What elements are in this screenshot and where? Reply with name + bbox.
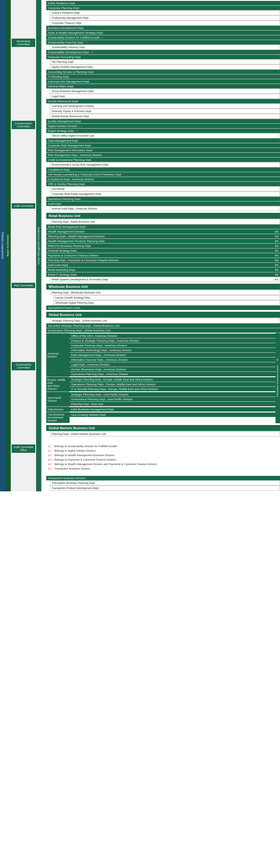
footnote-1: ※1 Belongs to Sustainability Division fo… bbox=[48, 444, 279, 448]
india-business: India Business Management Dept. bbox=[70, 407, 276, 411]
apac-governance: Governance Planning Dept., Asia Pacific … bbox=[70, 397, 276, 401]
dept-env-social-risk: Environmental & Social Risk management D… bbox=[50, 162, 280, 167]
emea-strategic: Strategic Planning Dept., Europe, Middle… bbox=[70, 377, 276, 382]
nominating-committee: NominatingCommittee bbox=[12, 38, 35, 47]
channel-strategy: Channel Strategy Dept. ※3 bbox=[46, 248, 280, 253]
retail-bu-title: Retail Business Unit bbox=[46, 213, 280, 219]
wholesale-bu-title: Wholesale Business Unit bbox=[46, 284, 280, 290]
global-markets-bu: Global Markets Business Unit Planning De… bbox=[46, 425, 280, 436]
audit-committee: Audit Committee bbox=[12, 203, 35, 209]
dept-digital-solution: Digital Solution Division ※2 bbox=[46, 124, 280, 128]
content-area: Public Relations Dept. Corporate Plannin… bbox=[46, 0, 280, 491]
india-row: India Division India Business Management… bbox=[46, 407, 276, 412]
tbd-block: Americas Division Office of the CEO, Ame… bbox=[46, 333, 280, 423]
dept-sustainability-advisory: Sustainability Advisory Dept. bbox=[50, 45, 280, 50]
dept-learning-development: Learning and Development Institute bbox=[50, 104, 280, 108]
dept-operations-planning: Operations Planning Dept. bbox=[46, 197, 280, 201]
footnote-3: ※3 Belongs to Wealth Management Business… bbox=[48, 454, 279, 457]
americas-depts: Office of the CEO, Americas Division Fin… bbox=[70, 333, 276, 377]
dept-digital-strategy: Digital Strategy Dept. ※2 bbox=[46, 128, 280, 133]
gbu-strategic-planning: Strategic Planning Dept., Global Busines… bbox=[50, 318, 280, 323]
retail-planning: Planning Dept., Retail Business Unit bbox=[50, 219, 280, 224]
americas-operations: Operations Planning Dept., Americas Divi… bbox=[70, 372, 276, 376]
americas-infosec: Information Security Dept., Americas Div… bbox=[70, 358, 276, 362]
wealth-mgmt-div: Wealth Management Division ※3 bbox=[46, 229, 280, 234]
dept-diversity-equity: Diversity, Equity & Inclusion Dept. bbox=[50, 109, 280, 114]
risk-committee: Risk Committee bbox=[12, 283, 35, 288]
dept-data-management: Data Management Dept. bbox=[46, 138, 280, 143]
top-depts: Public Relations Dept. Corporate Plannin… bbox=[46, 1, 280, 211]
apac-row: Asia Pacific Division Strategic Planning… bbox=[46, 392, 276, 406]
dept-business-development: Business Development Dept. bbox=[46, 26, 280, 30]
emea-depts: Strategic Planning Dept., Europe, Middle… bbox=[70, 377, 276, 392]
dept-corporate-treasury: Corporate Treasury Dept. bbox=[50, 21, 280, 25]
dept-quality-management: Quality Management Dept. bbox=[46, 119, 280, 123]
org-chart: Shareholder's Meeting Board of Directors… bbox=[0, 0, 280, 491]
dept-aml: Anti Money Laundering & Financial Crime … bbox=[46, 172, 280, 177]
americas-hr: Human Resources Dept., Americas Division bbox=[70, 367, 276, 372]
dept-corporate-planning: Corporate Planning Dept. bbox=[46, 6, 280, 10]
wholesale-digital: Wholesale Digital Planning Dept. bbox=[54, 300, 280, 305]
retail-marketing: Retail Marketing Dept. ※5 bbox=[46, 268, 280, 272]
retail-risk: Retail Risk Management Dept. bbox=[46, 224, 280, 229]
dept-sustainability-division: Sustainability Division for Fulfilled Gr… bbox=[46, 35, 280, 40]
prestia-planning: PRESTIA Business Planning Dept. ※3 bbox=[46, 244, 280, 248]
gmc-label: Group Management Committee bbox=[36, 0, 41, 491]
audit-committee-office: Audit CommitteeOffice bbox=[12, 444, 35, 453]
dept-risk-mgmt-americas: Risk Management Dept., Americas Division bbox=[46, 153, 280, 157]
dept-credit-investment: Credit & Investment Planning Dept. bbox=[46, 157, 280, 162]
emea-it: IT & Security Planning Dept., Europe, Mi… bbox=[70, 387, 276, 391]
footnote-5: ※5 Belongs to Wealth Management Division… bbox=[48, 462, 279, 466]
apac-east-asia: Planning Dept., East Asia bbox=[70, 402, 276, 406]
payments-consumer-finance: Payments & Consumer Finance Division ※4 bbox=[46, 253, 280, 258]
dept-sustainability-development: Sustainability Development Dept. ※1 bbox=[46, 50, 280, 54]
india-depts: India Business Management Dept. bbox=[70, 407, 276, 412]
dept-corporate-risk: Corporate Risk Management Dept. bbox=[46, 143, 280, 148]
americas-ceo: Office of the CEO, Americas Division bbox=[70, 334, 276, 338]
asia-growing-markets: Asia Growing Markets Dept. bbox=[70, 412, 276, 417]
footer-boxes: Transaction Business Division Transactio… bbox=[46, 476, 280, 491]
gbu-securities-strategic: Securities Strategic Planning Dept., Glo… bbox=[46, 323, 280, 328]
dept-financial-accounting: Financial Accounting Dept. bbox=[46, 55, 280, 59]
dept-internal-audit-americas: Internal Audit Dept., Americas Division bbox=[50, 206, 280, 211]
committees-column: NominatingCommittee CompensationCommitte… bbox=[11, 0, 36, 491]
americas-data: Data Management Dept., Americas Division bbox=[70, 353, 276, 357]
asia-biz-row: Asia BusinessDevelopment Division Asia G… bbox=[46, 412, 276, 423]
dept-audit: Audit Dept. bbox=[46, 202, 280, 206]
wholesale-bu: Wholesale Business Unit Planning Dept., … bbox=[46, 284, 280, 310]
planning-wealth-mgmt: Planning Dept., Wealth Management Divisi… bbox=[46, 234, 280, 239]
dept-global-hr: Global Human Resources Dept. bbox=[50, 114, 280, 119]
card-loan: Card Loan Dept. ※4 bbox=[46, 263, 280, 267]
dept-general-affairs: General Affairs Dept. bbox=[46, 84, 280, 89]
dept-accounting-service: Accounting Service & Planning Dept. bbox=[46, 70, 280, 74]
americas-it: Information Technology Dept., Americas D… bbox=[70, 348, 276, 352]
emea-division-label: Europe, Middle Eastand Africa Division bbox=[46, 377, 70, 392]
india-division-label: India Division bbox=[46, 407, 70, 412]
gm-planning: Planning Dept., Global Markets Business … bbox=[50, 432, 280, 436]
asia-biz-label: Asia BusinessDevelopment Division bbox=[46, 412, 70, 423]
dept-sustainability-planning: Sustainability Planning Dept. ※1 bbox=[46, 40, 280, 44]
apac-depts: Strategic Planning Dept., Asia Pacific D… bbox=[70, 392, 276, 406]
retail-it-strategy: Retail IT Strategy Dept. ※5 bbox=[46, 272, 280, 277]
dept-equity-portfolio: Equity Portfolio Management Dept. bbox=[50, 65, 280, 69]
dept-silicon-valley: Silicon Valley Digital Innovation Lab. bbox=[50, 133, 280, 138]
dept-compliance: Compliance Dept. bbox=[46, 167, 280, 172]
kansai-growth: Kansai Growth Strategy Dept. bbox=[54, 295, 280, 300]
footnote-6: ※6 Transaction Business Division bbox=[48, 467, 279, 471]
tbd-content: Americas Division Office of the CEO, Ame… bbox=[46, 333, 276, 423]
dept-corporate-real-estate: Corporate Real Estate Management Dept. bbox=[50, 192, 280, 196]
shareholder-label: Shareholder's Meeting bbox=[0, 0, 5, 491]
dept-it-planning: IT Planning Dept. bbox=[46, 74, 280, 79]
dept-cre-facility: CRE & Facility Planning Dept. bbox=[46, 182, 280, 186]
dept-investor-relations: Investor Relations Dept. bbox=[50, 10, 280, 15]
tbd-vertical-label: Transaction Business Division ※6 bbox=[276, 333, 280, 423]
americas-legal: Legal Dept., Americas Division bbox=[70, 362, 276, 367]
footnotes: ※1 Belongs to Sustainability Division fo… bbox=[46, 442, 280, 473]
dept-public-relations: Public Relations Dept. bbox=[46, 1, 280, 5]
americas-treasury: Corporate Treasury Dept., Americas Divis… bbox=[70, 343, 276, 348]
retail-bu: Retail Business Unit Planning Dept., Ret… bbox=[46, 213, 280, 282]
apac-division-label: Asia Pacific Division bbox=[46, 392, 70, 406]
americas-finance: Finance & Strategic Planning Dept., Amer… bbox=[70, 338, 276, 343]
dept-group-business-mgmt: Group Business Management Dept. bbox=[50, 89, 280, 94]
global-markets-bu-title: Global Markets Business Unit bbox=[46, 425, 280, 431]
